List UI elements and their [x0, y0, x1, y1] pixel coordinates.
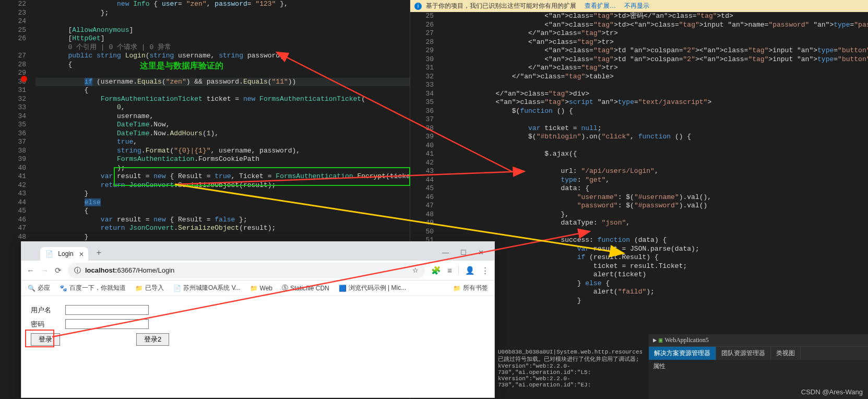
code-line[interactable]: } — [35, 190, 410, 198]
bookmarks-bar: 🔍必应🐾百度一下，你就知道📁已导入📄苏州城隆OA系统 V...📁WebⓈStat… — [21, 280, 494, 296]
back-icon[interactable]: ← — [27, 266, 34, 275]
bookmark-item[interactable]: 📁Web — [250, 285, 272, 292]
address-bar: ← → ⟳ ⓘ localhost:63667/Home/Login ☆ 🧩 ≡… — [21, 261, 494, 280]
code-line[interactable] — [447, 228, 868, 237]
code-line[interactable]: $.ajax({ — [447, 150, 868, 159]
code-line[interactable]: 0 个引用 | 0 个请求 | 0 异常 — [35, 43, 410, 52]
extensions-icon[interactable]: 🧩 — [431, 266, 441, 275]
code-line[interactable]: <"an">class="tag">td><"an">class="tag">i… — [447, 21, 868, 30]
bookmark-item[interactable]: ⓈStaticfile CDN — [282, 284, 329, 292]
code-line[interactable]: <"an">class="tag">td "an">colspan="2"><"… — [447, 46, 868, 55]
reading-list-icon[interactable]: ≡ — [447, 266, 459, 275]
code-line[interactable]: "username": $("#username").val(), — [447, 193, 868, 202]
code-line[interactable]: <"an">class="tag">tr> — [447, 38, 868, 47]
new-tab-button[interactable]: + — [93, 245, 104, 261]
solution-tab[interactable]: 解决方案资源管理器 — [649, 347, 716, 360]
breakpoint-icon[interactable] — [21, 76, 27, 82]
code-line[interactable]: } — [447, 297, 868, 306]
code-line[interactable]: <"an">class="tag">td "an">colspan="2"><"… — [447, 55, 868, 64]
code-line[interactable]: return JsonConvert.SerializeObject(resul… — [35, 224, 410, 233]
code-line[interactable]: username, — [35, 112, 410, 121]
left-code-editor[interactable]: 2223242526272829303132333435363738394041… — [0, 0, 410, 240]
expand-icon[interactable]: ▶ — [653, 336, 657, 344]
tab-close-icon[interactable]: ✕ — [79, 251, 84, 258]
code-line[interactable]: new Info { user= "zen", password= "123" … — [35, 0, 410, 9]
code-line[interactable]: url: "/api/users/Login", — [447, 167, 868, 176]
code-line[interactable]: </"an">class="tag">table> — [447, 73, 868, 81]
output-pane[interactable]: U06b838_b038a0UI|System.web.http.resourc… — [496, 347, 642, 399]
login2-button[interactable] — [136, 333, 169, 346]
code-line[interactable] — [447, 115, 868, 124]
code-line[interactable]: $("#btnlogin").on("click", function () { — [447, 133, 868, 142]
site-info-icon[interactable]: ⓘ — [74, 266, 81, 275]
code-line[interactable]: true, — [35, 138, 410, 147]
browser-tab[interactable]: 📄 Login ✕ — [40, 247, 88, 261]
code-line[interactable]: var result = new { Result = false }; — [35, 216, 410, 225]
code-line[interactable]: </"an">class="tag">div> — [447, 90, 868, 99]
code-line[interactable]: }; — [35, 9, 410, 18]
reload-icon[interactable]: ⟳ — [55, 266, 62, 275]
view-extensions-link[interactable]: 查看扩展… — [585, 2, 616, 10]
solution-tab[interactable]: 团队资源管理器 — [716, 347, 771, 360]
code-line[interactable]: success: function (data) { — [447, 236, 868, 245]
code-line[interactable]: DateTime.Now, — [35, 121, 410, 130]
code-line[interactable]: { — [35, 86, 410, 95]
code-line[interactable] — [447, 81, 868, 90]
output-line: 已跳过符号加载。已对模块进行了优化并启用了调试器; — [498, 355, 640, 363]
code-line[interactable]: alert("faild"); — [447, 288, 868, 297]
code-line[interactable]: ticket = result.Ticket; — [447, 262, 868, 271]
code-line[interactable]: data: { — [447, 184, 868, 193]
bookmark-item[interactable]: 🐾百度一下，你就知道 — [60, 284, 126, 292]
solution-tab[interactable]: 类视图 — [771, 347, 801, 360]
maximize-icon[interactable]: ☐ — [460, 249, 467, 256]
code-line[interactable] — [447, 142, 868, 150]
url-input[interactable]: ⓘ localhost:63667/Home/Login ☆ — [68, 263, 425, 278]
code-line[interactable]: [AllowAnonymous] — [35, 26, 410, 35]
code-line[interactable]: $(function () { — [447, 107, 868, 116]
code-line[interactable]: string.Format("{0}|{1}", username, passw… — [35, 147, 410, 156]
code-line[interactable]: </"an">class="tag">tr> — [447, 29, 868, 38]
properties-label: 属性 — [649, 360, 868, 373]
code-line[interactable]: "password": $("#password").val() — [447, 202, 868, 210]
minimize-icon[interactable]: — — [442, 249, 449, 256]
url-path: 63667/Home/Login — [117, 266, 174, 274]
bookmark-item[interactable]: 🟦浏览代码示例 | Mic... — [339, 284, 406, 292]
code-line[interactable]: dataType: "json", — [447, 219, 868, 228]
code-line[interactable]: <"an">class="tag">td>密码</"an">class="tag… — [447, 12, 868, 21]
code-line[interactable]: alert(ticket) — [447, 271, 868, 279]
close-window-icon[interactable]: ✕ — [478, 249, 484, 256]
project-name[interactable]: WebApplication5 — [664, 336, 708, 344]
bookmark-item[interactable]: 📄苏州城隆OA系统 V... — [173, 284, 241, 292]
username-input[interactable] — [65, 305, 149, 315]
all-bookmarks[interactable]: 📁所有书签 — [453, 284, 488, 292]
dismiss-banner-link[interactable]: 不再显示 — [624, 2, 649, 10]
code-line[interactable]: if (username.Equals("zen") && password.E… — [35, 78, 410, 87]
bookmark-item[interactable]: 🔍必应 — [28, 284, 50, 292]
code-line[interactable]: { — [35, 207, 410, 216]
forward-icon[interactable]: → — [41, 266, 49, 275]
code-line[interactable]: public string Login(string username, str… — [35, 52, 410, 61]
profile-icon[interactable]: 👤 — [465, 266, 475, 275]
code-line[interactable]: type: "get", — [447, 176, 868, 185]
code-line[interactable]: FormsAuthenticationTicket ticket = new F… — [35, 95, 410, 104]
code-line[interactable]: }, — [447, 210, 868, 219]
code-line[interactable]: var ticket = null; — [447, 124, 868, 133]
code-line[interactable]: FormsAuthentication.FormsCookiePath — [35, 155, 410, 164]
code-line[interactable]: } else { — [447, 279, 868, 288]
code-line[interactable]: if (result.Result) { — [447, 253, 868, 262]
code-line[interactable]: 0, — [35, 103, 410, 112]
bookmark-star-icon[interactable]: ☆ — [412, 266, 419, 274]
code-line[interactable]: } — [35, 233, 410, 241]
password-input[interactable] — [65, 319, 149, 329]
code-line[interactable]: var result = JSON.parse(data); — [447, 245, 868, 254]
code-line[interactable] — [35, 17, 410, 26]
bookmark-item[interactable]: 📁已导入 — [135, 284, 164, 292]
code-line[interactable]: <"an">class="tag">script "an">type="text… — [447, 98, 868, 107]
watermark: CSDN @Ares-Wang — [801, 388, 863, 396]
code-line[interactable] — [447, 159, 868, 168]
code-line[interactable]: else — [35, 198, 410, 207]
code-line[interactable]: [HttpGet] — [35, 34, 410, 43]
code-line[interactable]: DateTime.Now.AddHours(1), — [35, 130, 410, 138]
code-line[interactable]: </"an">class="tag">tr> — [447, 64, 868, 73]
menu-icon[interactable]: ⋮ — [481, 266, 489, 275]
